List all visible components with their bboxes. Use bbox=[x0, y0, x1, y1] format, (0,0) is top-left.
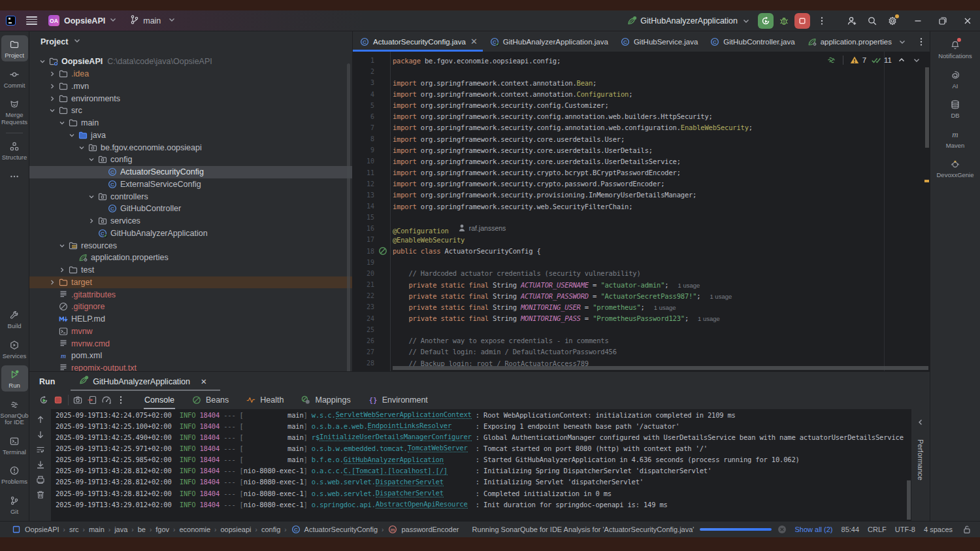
breadcrumb-fgov[interactable]: fgov bbox=[155, 526, 169, 533]
code-line-22[interactable]: 22 private static final String ACTUATOR_… bbox=[353, 290, 930, 301]
attach-debugger-button[interactable] bbox=[87, 395, 97, 405]
chevron-down-icon[interactable] bbox=[57, 118, 67, 128]
tool-stripe-build[interactable]: Build bbox=[1, 306, 28, 332]
chevron-down-icon[interactable] bbox=[86, 192, 97, 202]
tree-item-java[interactable]: java bbox=[29, 129, 352, 142]
tool-stripe-terminal[interactable]: Terminal bbox=[1, 432, 28, 458]
tree-item-src[interactable]: src bbox=[29, 105, 352, 117]
tree-item-config[interactable]: config bbox=[29, 154, 352, 166]
tree-item-pom.xml[interactable]: mpom.xml bbox=[29, 350, 352, 362]
show-all-tasks-link[interactable]: Show all (2) bbox=[794, 526, 832, 533]
tab-options-button[interactable] bbox=[916, 37, 926, 47]
tree-item-oopsieapi[interactable]: OopsieAPIC:\data\code\java\OopsieAPI bbox=[29, 56, 352, 68]
more-options-button[interactable] bbox=[116, 395, 126, 405]
scroll-up-button[interactable] bbox=[35, 414, 46, 425]
code-line-14[interactable]: 14import org.springframework.security.we… bbox=[353, 201, 930, 212]
code-line-3[interactable]: 3import org.springframework.context.anno… bbox=[353, 77, 930, 88]
project-selector[interactable]: OopsieAPI bbox=[64, 16, 105, 25]
project-tree-scrollbar[interactable] bbox=[347, 63, 350, 371]
stop-button[interactable] bbox=[53, 395, 63, 405]
tree-item-externalserviceconfig[interactable]: CExternalServiceConfig bbox=[29, 178, 352, 191]
tree-item-repomix-output.txt[interactable]: repomix-output.txt bbox=[29, 362, 352, 371]
code-line-27[interactable]: 27 // Default login: admin / DefaultActu… bbox=[353, 346, 930, 358]
inspections-widget[interactable]: 711 bbox=[826, 54, 922, 67]
run-tab-health[interactable]: Health bbox=[237, 391, 292, 409]
editor-vertical-scrollbar[interactable] bbox=[925, 67, 929, 148]
tool-stripe-structure[interactable]: Structure bbox=[1, 137, 28, 163]
code-editor[interactable]: 1package be.fgov.economie.oopsieapi.conf… bbox=[353, 52, 930, 371]
tree-item-mvnw[interactable]: mvnw bbox=[29, 326, 352, 338]
tool-stripe-ai[interactable]: AI bbox=[931, 66, 979, 92]
author-inlay[interactable]: raf.janssens bbox=[457, 223, 506, 233]
chevron-down-icon[interactable] bbox=[86, 154, 97, 165]
code-line-16[interactable]: 16@Configurationraf.janssens bbox=[353, 223, 930, 234]
tool-stripe-db[interactable]: DB bbox=[931, 95, 979, 122]
more-actions-button[interactable] bbox=[814, 13, 830, 29]
code-line-15[interactable]: 15 bbox=[353, 212, 930, 223]
thread-dump-button[interactable] bbox=[73, 395, 83, 405]
code-line-10[interactable]: 10import org.springframework.security.co… bbox=[353, 156, 930, 167]
chevron-right-icon[interactable] bbox=[57, 265, 67, 275]
soft-wrap-button[interactable] bbox=[35, 444, 46, 455]
tree-item-help.md[interactable]: HELP.md bbox=[29, 313, 352, 326]
code-line-5[interactable]: 5import org.springframework.security.con… bbox=[353, 100, 930, 111]
code-line-18[interactable]: 18public class ActuatorSecurityConfig { bbox=[353, 246, 930, 257]
code-line-8[interactable]: 8import org.springframework.security.cor… bbox=[353, 133, 930, 144]
line-separator-widget[interactable]: CRLF bbox=[868, 526, 887, 533]
previous-problem-button[interactable] bbox=[896, 55, 907, 65]
stop-button[interactable] bbox=[794, 13, 810, 29]
close-icon[interactable]: ✕ bbox=[470, 37, 478, 46]
spring-bean-gutter-icon[interactable] bbox=[374, 246, 391, 256]
breadcrumb-config[interactable]: config bbox=[261, 526, 280, 533]
search-everywhere-button[interactable] bbox=[867, 16, 877, 26]
caret-position-widget[interactable]: 85:44 bbox=[841, 526, 860, 533]
tool-stripe-project[interactable]: Project bbox=[1, 35, 28, 61]
restore-button[interactable] bbox=[930, 11, 955, 31]
chevron-down-icon[interactable] bbox=[57, 241, 67, 251]
editor-tab-githubservice.java[interactable]: CGitHubService.java bbox=[613, 31, 703, 52]
run-configuration-selector[interactable]: GitHubAnalyzerApplication bbox=[627, 16, 751, 26]
tree-item-main[interactable]: main bbox=[29, 117, 352, 129]
breadcrumb-economie[interactable]: economie bbox=[179, 526, 210, 533]
vcs-branch-widget[interactable]: main bbox=[129, 14, 177, 27]
tree-item-.mvn[interactable]: .mvn bbox=[29, 80, 352, 93]
breadcrumb-src[interactable]: src bbox=[69, 526, 79, 533]
clear-console-button[interactable] bbox=[35, 490, 46, 500]
code-line-23[interactable]: 23 private static final String MONITORIN… bbox=[353, 301, 930, 312]
breadcrumb-oopsieapi[interactable]: oopsieapi bbox=[220, 526, 251, 533]
main-menu-icon[interactable] bbox=[26, 16, 37, 25]
hidden-tabs-button[interactable] bbox=[897, 37, 907, 47]
tree-item-environments[interactable]: environments bbox=[29, 92, 352, 105]
breadcrumb-actuatorsecurityconfig[interactable]: CActuatorSecurityConfig bbox=[291, 524, 378, 535]
indent-widget[interactable]: 4 spaces bbox=[924, 526, 953, 533]
editor-tab-actuatorsecurityconfig.java[interactable]: CActuatorSecurityConfig.java✕ bbox=[353, 31, 483, 52]
code-with-me-button[interactable] bbox=[847, 16, 857, 26]
console-scrollbar[interactable] bbox=[907, 480, 911, 520]
rerun-button[interactable] bbox=[39, 395, 49, 405]
tree-item-.idea[interactable]: .idea bbox=[29, 68, 352, 80]
breadcrumb-main[interactable]: main bbox=[89, 526, 105, 533]
tree-item-resources[interactable]: resources bbox=[29, 239, 352, 252]
tree-item-be.fgov.economie.oopsieapi[interactable]: be.fgov.economie.oopsieapi bbox=[29, 141, 352, 154]
tool-stripe-merge-requests[interactable]: MergeRequests bbox=[1, 95, 28, 127]
chevron-down-icon[interactable] bbox=[37, 56, 48, 67]
code-line-24[interactable]: 24 private static final String MONITORIN… bbox=[353, 312, 930, 324]
settings-button[interactable] bbox=[887, 16, 898, 26]
tool-stripe-more[interactable] bbox=[1, 167, 28, 185]
project-panel-title[interactable]: Project bbox=[41, 37, 68, 46]
debug-button[interactable] bbox=[776, 13, 792, 29]
tree-item-services[interactable]: services bbox=[29, 215, 352, 227]
code-line-12[interactable]: 12import org.springframework.security.cr… bbox=[353, 178, 930, 190]
run-button[interactable] bbox=[758, 13, 774, 29]
tree-item-controllers[interactable]: controllers bbox=[29, 190, 352, 203]
usages-inlay-hint[interactable]: 1 usage bbox=[710, 293, 732, 300]
code-line-17[interactable]: 17@EnableWebSecurity bbox=[353, 234, 930, 245]
tool-stripe-problems[interactable]: Problems bbox=[1, 461, 28, 488]
code-line-13[interactable]: 13import org.springframework.security.pr… bbox=[353, 190, 930, 201]
intellij-logo-icon[interactable] bbox=[6, 16, 16, 25]
run-tab-mappings[interactable]: Mappings bbox=[292, 391, 359, 409]
run-config-tab[interactable]: GitHubAnalyzerApplication ✕ bbox=[71, 372, 220, 391]
code-line-4[interactable]: 4import org.springframework.context.anno… bbox=[353, 88, 930, 99]
tool-stripe-git[interactable]: Git bbox=[1, 492, 28, 518]
chevron-down-icon[interactable] bbox=[67, 130, 77, 141]
